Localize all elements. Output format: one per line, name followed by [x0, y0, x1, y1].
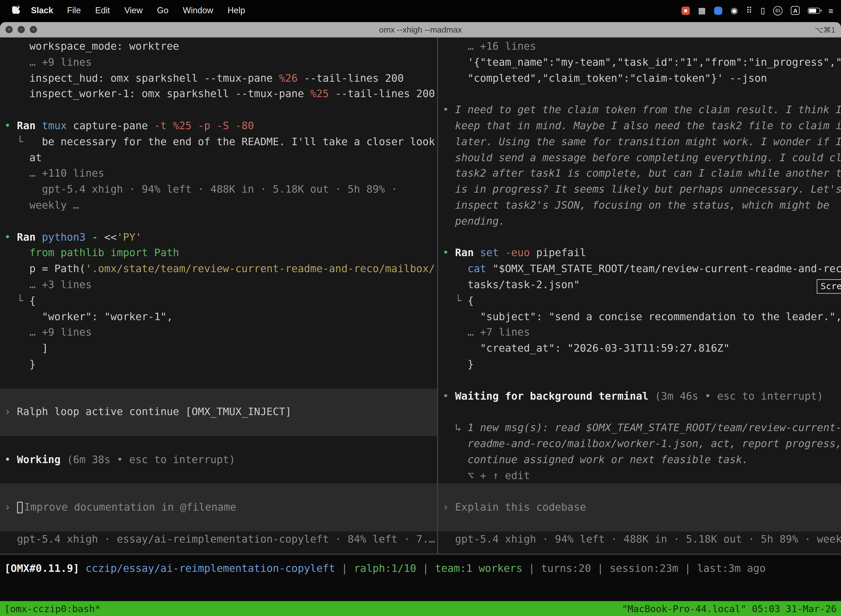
- omx-status-bar: [OMX#0.11.9] cczip/essay/ai-reimplementa…: [0, 555, 841, 601]
- apple-menu[interactable]: [8, 5, 24, 16]
- list-lines-icon[interactable]: ≡: [828, 6, 833, 15]
- minimize-button[interactable]: −: [18, 26, 25, 33]
- close-button[interactable]: ×: [6, 26, 13, 33]
- text-segment: (3m 46s • esc to interrupt): [648, 390, 823, 402]
- window-title: omx --xhigh --madmax: [0, 25, 841, 34]
- text-segment: 'PY': [117, 231, 142, 243]
- left-prompt-input[interactable]: › Improve documentation in @filename: [0, 500, 437, 516]
- terminal-line: inspect_hud: omx sparkshell --tmux-pane …: [0, 70, 437, 87]
- text-segment: Ran: [17, 231, 35, 243]
- text-segment: [4, 295, 17, 307]
- right-prompt-input[interactable]: › Explain this codebase: [438, 500, 841, 516]
- terminal-line: • I need to get the claim token from the…: [438, 102, 841, 118]
- text-segment: [499, 247, 505, 259]
- tmux-host-clock: "MacBook-Pro-44.local" 05:03 31-Mar-26: [622, 603, 837, 615]
- screen-recording-indicator-icon[interactable]: [681, 6, 690, 15]
- text-segment: Ran: [17, 120, 35, 131]
- terminal-line: … +3 lines: [0, 277, 437, 293]
- text-segment: pipefail: [530, 247, 586, 259]
- terminal-line: • Waiting for background terminal (3m 46…: [438, 388, 841, 404]
- active-app-name[interactable]: Slack: [24, 6, 60, 15]
- text-segment: tmux: [42, 120, 67, 131]
- text-segment: {: [462, 295, 474, 307]
- text-segment: Working: [17, 453, 60, 465]
- terminal-line: [0, 436, 437, 452]
- terminal-line: … +9 lines: [0, 325, 437, 341]
- terminal-line: [438, 484, 841, 500]
- text-segment: [442, 422, 455, 433]
- text-segment: ›: [4, 501, 17, 513]
- terminal-line: "worker": "worker-1",: [0, 309, 437, 325]
- text-segment: {: [23, 295, 35, 307]
- terminal-line: └ {: [0, 293, 437, 309]
- text-segment: ⌥ + ↑ edit: [442, 469, 530, 481]
- text-segment: Waiting for background terminal: [455, 390, 648, 402]
- terminal-line: gpt-5.4 xhigh · 94% left · 488K in · 5.1…: [0, 182, 437, 198]
- text-segment: 1 new msg(s): read $OMX_TEAM_STATE_ROOT/…: [468, 422, 841, 433]
- grid-icon[interactable]: ▦: [698, 6, 706, 15]
- window-shortcut-hint: ⌥⌘1: [815, 25, 835, 34]
- terminal-line: from pathlib import Path: [0, 245, 437, 261]
- terminal-line: pending.: [438, 214, 841, 230]
- text-segment: └: [17, 136, 23, 147]
- battery-icon[interactable]: [808, 7, 820, 13]
- text-segment: '.omx/state/team/review-current-readme-a…: [85, 263, 435, 274]
- input-source-icon[interactable]: A: [791, 6, 800, 15]
- ring-icon[interactable]: ◉: [731, 6, 738, 15]
- text-segment: [442, 263, 467, 274]
- menu-go[interactable]: Go: [150, 6, 176, 15]
- text-segment: cat: [467, 263, 486, 274]
- menu-edit[interactable]: Edit: [88, 6, 117, 15]
- text-segment: [35, 120, 42, 131]
- terminal-line: [0, 102, 437, 118]
- text-segment: [474, 247, 480, 259]
- terminal-line: p = Path('.omx/state/team/review-current…: [0, 261, 437, 277]
- dots-grid-icon[interactable]: ⠿: [746, 6, 752, 15]
- text-segment: task2 after task1 is complete, but can I…: [442, 167, 841, 179]
- terminal-line: • Ran set -euo pipefail: [438, 245, 841, 261]
- text-segment: •: [442, 104, 455, 115]
- menu-window[interactable]: Window: [176, 6, 220, 15]
- pill-icon[interactable]: ▯: [760, 6, 765, 15]
- terminal-line: inspect task2's JSON, focusing on the st…: [438, 198, 841, 214]
- text-segment: team:1 workers: [435, 562, 522, 574]
- terminal-line: [0, 420, 437, 436]
- gauge-icon[interactable]: 61: [773, 6, 782, 15]
- text-segment: |: [416, 562, 435, 574]
- terminal-line: [0, 214, 437, 230]
- terminal-line: continue assigned work or next feasible …: [438, 452, 841, 468]
- text-segment: •: [4, 231, 17, 243]
- text-segment: }: [442, 358, 474, 370]
- text-segment: weekly …: [4, 199, 79, 211]
- terminal-line: cat "$OMX_TEAM_STATE_ROOT/team/review-cu…: [438, 261, 841, 277]
- screen: Slack FileEditViewGoWindowHelp ▦◉⠿▯61A≡ …: [0, 0, 841, 616]
- text-segment: gpt-5.4 xhigh · essay/ai-reimplementatio…: [4, 533, 435, 544]
- terminal-line: later. Using the same for transition mig…: [438, 134, 841, 150]
- text-segment: (6m 38s • esc to interrupt): [61, 453, 235, 465]
- text-segment: ↳: [455, 422, 467, 433]
- text-segment: inspect_worker-1: omx sparkshell --tmux-…: [4, 88, 310, 100]
- menu-help[interactable]: Help: [220, 6, 252, 15]
- text-segment: be necessary for the end of the README. …: [23, 136, 435, 147]
- text-segment: "$OMX_TEAM_STATE_ROOT/team/review-curren…: [486, 263, 841, 274]
- text-segment: "subject": "send a concise recommendatio…: [442, 311, 841, 322]
- terminal-line: [438, 229, 841, 245]
- text-segment: Improve documentation in @filename: [24, 501, 236, 513]
- terminal-line: • Ran python3 - <<'PY': [0, 229, 437, 245]
- blue-app-icon[interactable]: [714, 6, 722, 15]
- menu-file[interactable]: File: [60, 6, 88, 15]
- text-segment: [35, 231, 42, 243]
- menu-view[interactable]: View: [117, 6, 150, 15]
- terminal-line: … +7 lines: [438, 325, 841, 341]
- terminal-line: [438, 87, 841, 103]
- text-segment: … +110 lines: [4, 167, 104, 179]
- text-segment: |: [522, 562, 541, 574]
- terminal-line: is in progress? It seems likely but perh…: [438, 182, 841, 198]
- terminal-line: }: [0, 356, 437, 373]
- text-segment: |: [591, 562, 610, 574]
- zoom-button[interactable]: +: [30, 26, 37, 33]
- terminal-line: [0, 484, 437, 500]
- text-segment: … +16 lines: [442, 40, 536, 52]
- text-segment: [442, 295, 455, 307]
- text-segment: [4, 136, 17, 147]
